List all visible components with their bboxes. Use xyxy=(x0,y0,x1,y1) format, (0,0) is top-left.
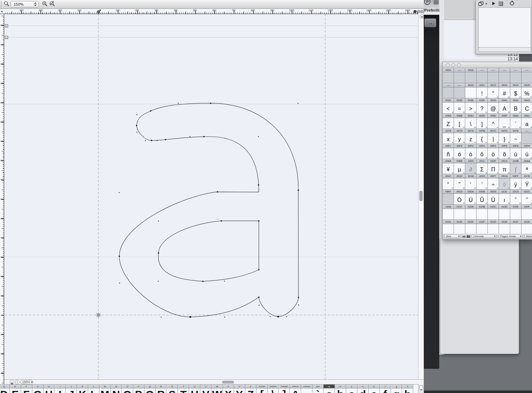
svg-text:j: j xyxy=(259,189,260,191)
svg-text:Preferiti: Preferiti xyxy=(424,8,439,12)
svg-text:P: P xyxy=(426,0,429,4)
svg-text:my: my xyxy=(216,218,219,220)
